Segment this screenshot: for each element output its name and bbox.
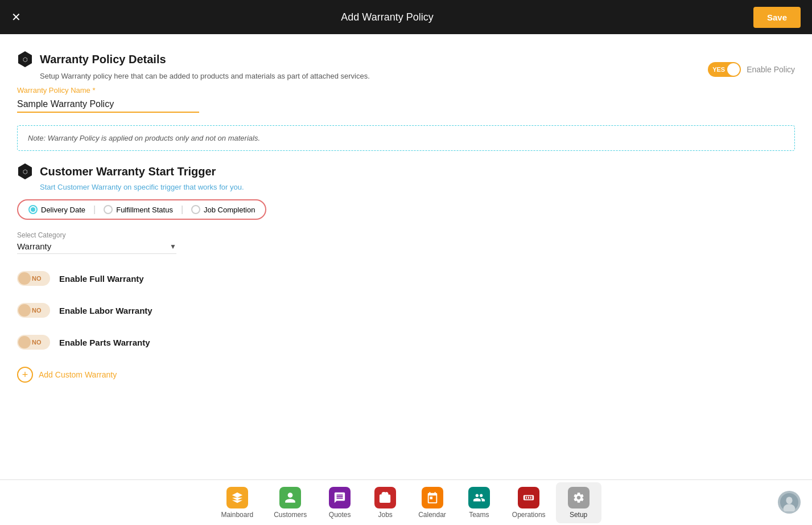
operations-icon (518, 487, 539, 508)
save-button[interactable]: Save (753, 7, 801, 28)
nav-label-quotes: Quotes (329, 511, 351, 519)
chevron-down-icon: ▼ (170, 243, 176, 251)
app-header: ✕ Add Warranty Policy Save (0, 0, 812, 34)
radio-divider-2: | (181, 204, 183, 215)
nav-item-operations[interactable]: Operations (502, 482, 556, 523)
full-warranty-toggle[interactable]: NO (17, 271, 50, 286)
warranty-policy-section: ⬡ Warranty Policy Details Setup Warranty… (17, 51, 795, 151)
nav-item-jobs[interactable]: Jobs (362, 482, 408, 523)
section-subtitle-trigger: Start Customer Warranty on specific trig… (40, 183, 795, 191)
category-select[interactable]: Warranty ▼ (17, 241, 176, 254)
warranty-name-label: Warranty Policy Name * (17, 86, 795, 95)
nav-item-teams[interactable]: Teams (456, 482, 502, 523)
user-avatar[interactable] (778, 491, 801, 514)
jobs-icon (374, 487, 396, 508)
enable-policy-label: Enable Policy (747, 65, 795, 74)
bottom-navigation: Mainboard Customers Quotes Jobs Calendar… (0, 479, 812, 525)
nav-label-customers: Customers (274, 511, 307, 519)
quotes-icon (329, 487, 351, 508)
section-title-details: Warranty Policy Details (40, 53, 166, 66)
close-button[interactable]: ✕ (11, 10, 21, 24)
add-custom-warranty-button[interactable]: + Add Custom Warranty (17, 367, 795, 383)
radio-dot-fulfillment (104, 205, 113, 214)
full-warranty-toggle-label: NO (32, 275, 42, 282)
svg-point-1 (786, 497, 792, 504)
warranty-name-field-wrapper: Warranty Policy Name * (17, 86, 795, 113)
nav-label-calendar: Calendar (418, 511, 446, 519)
trigger-option-fulfillment-label: Fulfillment Status (116, 206, 173, 214)
radio-dot-delivery (28, 205, 38, 214)
nav-item-customers[interactable]: Customers (263, 482, 317, 523)
mainboard-icon (226, 487, 248, 508)
warranty-name-input[interactable] (17, 97, 199, 113)
trigger-option-delivery-label: Delivery Date (41, 206, 85, 214)
full-warranty-label: Enable Full Warranty (59, 274, 144, 284)
nav-label-teams: Teams (469, 511, 489, 519)
main-content: ⬡ Warranty Policy Details Setup Warranty… (0, 34, 812, 479)
nav-label-jobs: Jobs (378, 511, 392, 519)
nav-item-quotes[interactable]: Quotes (317, 482, 362, 523)
nav-item-calendar[interactable]: Calendar (408, 482, 456, 523)
full-warranty-knob (18, 272, 31, 285)
labor-warranty-toggle-label: NO (32, 307, 42, 314)
header-title: Add Warranty Policy (341, 11, 433, 23)
note-box: Note: Warranty Policy is applied on prod… (17, 125, 795, 151)
customers-icon (279, 487, 301, 508)
section-header-trigger: ⬡ Customer Warranty Start Trigger (17, 163, 795, 179)
labor-warranty-toggle[interactable]: NO (17, 303, 50, 318)
enable-policy-toggle[interactable]: YES (708, 62, 741, 77)
toggle-yes-label: YES (712, 66, 725, 73)
nav-item-setup[interactable]: Setup (556, 482, 601, 523)
toggle-knob (727, 63, 740, 76)
labor-warranty-label: Enable Labor Warranty (59, 306, 152, 315)
trigger-option-fulfillment[interactable]: Fulfillment Status (98, 203, 179, 216)
nav-label-setup: Setup (570, 511, 587, 519)
nav-label-mainboard: Mainboard (221, 511, 253, 519)
category-value: Warranty (17, 241, 170, 251)
nav-item-mainboard[interactable]: Mainboard (211, 482, 263, 523)
full-warranty-row: NO Enable Full Warranty (17, 271, 795, 286)
category-field: Select Category Warranty ▼ (17, 231, 795, 254)
parts-warranty-toggle[interactable]: NO (17, 335, 50, 350)
parts-warranty-label: Enable Parts Warranty (59, 338, 150, 347)
teams-icon (468, 487, 490, 508)
nav-label-operations: Operations (512, 511, 546, 519)
section-icon-trigger: ⬡ (17, 163, 33, 179)
category-label: Select Category (17, 231, 795, 239)
radio-dot-job (191, 205, 200, 214)
parts-warranty-toggle-label: NO (32, 339, 42, 346)
parts-warranty-row: NO Enable Parts Warranty (17, 335, 795, 350)
trigger-option-job[interactable]: Job Completion (186, 203, 261, 216)
plus-icon: + (17, 367, 33, 383)
trigger-section: ⬡ Customer Warranty Start Trigger Start … (17, 163, 795, 383)
trigger-radio-group: Delivery Date | Fulfillment Status | Job… (17, 199, 266, 220)
setup-icon (568, 487, 590, 508)
calendar-icon (422, 487, 443, 508)
trigger-option-job-label: Job Completion (204, 206, 255, 214)
labor-warranty-row: NO Enable Labor Warranty (17, 303, 795, 318)
trigger-option-delivery[interactable]: Delivery Date (23, 203, 91, 216)
section-title-trigger: Customer Warranty Start Trigger (40, 165, 216, 178)
labor-warranty-knob (18, 304, 31, 317)
parts-warranty-knob (18, 336, 31, 348)
radio-divider-1: | (93, 204, 96, 215)
add-custom-label: Add Custom Warranty (39, 370, 117, 379)
